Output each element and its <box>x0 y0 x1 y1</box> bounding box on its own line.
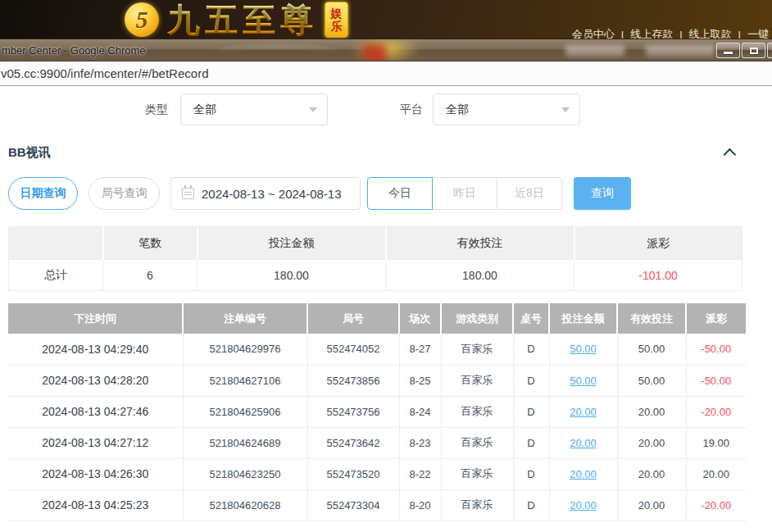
cell-valid-bet: 20.00 <box>617 396 686 427</box>
cell-bet-number: 521804629976 <box>183 334 307 365</box>
cell-round-number: 552473856 <box>307 365 399 396</box>
summary-header-bet-amount: 投注金额 <box>198 227 386 260</box>
coin-logo-icon: 5 <box>125 2 159 37</box>
cell-payout: 20.00 <box>686 458 746 489</box>
cell-payout: -50.00 <box>686 365 746 396</box>
cell-time: 2024-08-13 04:28:20 <box>8 365 183 396</box>
cell-time: 2024-08-13 04:29:40 <box>8 334 183 365</box>
date-query-button[interactable]: 日期查询 <box>8 177 78 210</box>
bet-amount-link[interactable]: 50.00 <box>570 375 597 387</box>
col-session: 场次 <box>399 303 441 334</box>
col-payout: 派彩 <box>686 303 746 334</box>
bet-amount-link[interactable]: 20.00 <box>570 437 597 449</box>
bet-record-table: 下注时间 注单编号 局号 场次 游戏类别 桌号 投注金额 有效投注 派彩 202… <box>8 303 746 521</box>
summary-payout: -101.00 <box>574 260 742 291</box>
section-header: BB视讯 <box>0 145 772 161</box>
cell-table-number: D <box>513 334 549 365</box>
yesterday-button[interactable]: 昨日 <box>432 177 497 210</box>
cell-game-type: 百家乐 <box>441 396 513 427</box>
cell-time: 2024-08-13 04:25:23 <box>8 489 183 521</box>
cell-bet-number: 521804624689 <box>183 427 307 458</box>
summary-header-empty <box>9 227 103 260</box>
minimize-icon <box>724 52 733 54</box>
cell-table-number: D <box>513 458 549 489</box>
nav-separator: | <box>621 29 624 39</box>
summary-valid-bet: 180.00 <box>386 260 574 291</box>
cell-payout: -50.00 <box>686 334 746 365</box>
redacted-balance-info <box>646 45 715 56</box>
platform-select-value: 全部 <box>446 102 561 117</box>
site-logo: 5 九五至尊 娱 乐 <box>125 1 348 39</box>
cell-game-type: 百家乐 <box>441 334 513 365</box>
cell-valid-bet: 20.00 <box>617 458 686 489</box>
summary-total-row: 总计 6 180.00 180.00 -101.00 <box>9 260 742 291</box>
type-select-value: 全部 <box>193 102 309 117</box>
cell-bet-number: 521804625906 <box>183 396 307 427</box>
summary-bet-amount: 180.00 <box>198 260 386 291</box>
table-row: 2024-08-13 04:27:46 521804625906 5524737… <box>8 396 746 427</box>
col-bet-amount: 投注金额 <box>549 303 617 334</box>
cell-table-number: D <box>513 365 549 396</box>
table-row: 2024-08-13 04:29:40 521804629976 5524740… <box>8 334 746 365</box>
background-swirl-decoration <box>215 46 338 56</box>
round-query-button[interactable]: 局号查询 <box>89 177 160 210</box>
cell-time: 2024-08-13 04:26:30 <box>8 458 183 489</box>
window-minimize-button[interactable] <box>716 43 740 58</box>
nav-one-key[interactable]: 一键 <box>747 27 769 39</box>
cell-session: 8-25 <box>399 365 441 396</box>
cell-bet-number: 521804627106 <box>183 365 307 396</box>
summary-table: 笔数 投注金额 有效投注 派彩 总计 6 180.00 180.00 -101.… <box>8 226 742 291</box>
browser-address-bar[interactable]: v05.cc:9900/infe/mcenter/#/betRecord <box>0 62 772 86</box>
col-table-number: 桌号 <box>513 303 549 334</box>
cell-session: 8-23 <box>399 427 441 458</box>
cell-time: 2024-08-13 04:27:46 <box>8 396 183 427</box>
date-range-value: 2024-08-13 ~ 2024-08-13 <box>202 187 342 201</box>
redacted-red-seal <box>363 44 386 61</box>
type-filter-label: 类型 <box>145 102 168 117</box>
maximize-icon <box>750 48 758 54</box>
bet-amount-link[interactable]: 50.00 <box>570 343 597 355</box>
nav-member-center[interactable]: 会员中心 <box>572 27 615 39</box>
bet-amount-link[interactable]: 20.00 <box>570 406 597 418</box>
today-button[interactable]: 今日 <box>367 177 433 210</box>
type-select[interactable]: 全部 <box>180 93 328 125</box>
platform-select[interactable]: 全部 <box>433 93 580 125</box>
window-close-button[interactable] <box>767 43 772 58</box>
date-range-picker[interactable]: 2024-08-13 ~ 2024-08-13 <box>170 177 361 210</box>
cell-session: 8-27 <box>399 334 441 365</box>
summary-total-label: 总计 <box>9 260 103 291</box>
brand-name: 九五至尊 <box>167 1 318 39</box>
entertainment-badge: 娱 乐 <box>325 2 348 38</box>
page-content: 类型 全部 平台 全部 BB视讯 日期查询 局号查询 2024-08-13 ~ … <box>0 87 772 532</box>
window-maximize-button[interactable] <box>742 43 765 58</box>
chevron-up-icon[interactable] <box>724 148 737 161</box>
cell-valid-bet: 20.00 <box>617 427 686 458</box>
bet-table-header-row: 下注时间 注单编号 局号 场次 游戏类别 桌号 投注金额 有效投注 派彩 <box>8 303 746 334</box>
bet-amount-link[interactable]: 20.00 <box>570 468 597 480</box>
header-nav: 会员中心 | 线上存款 | 线上取款 | 一键 <box>572 27 769 39</box>
chevron-down-icon <box>309 107 317 112</box>
search-button[interactable]: 查询 <box>574 177 631 210</box>
cell-game-type: 百家乐 <box>441 365 513 396</box>
calendar-icon <box>182 188 194 199</box>
section-title: BB视讯 <box>8 145 51 161</box>
nav-online-withdraw[interactable]: 线上取款 <box>689 27 732 39</box>
cell-round-number: 552473642 <box>307 427 399 458</box>
cell-round-number: 552474052 <box>307 334 399 365</box>
nav-separator: | <box>679 29 682 39</box>
badge-glow-decoration <box>351 39 421 61</box>
col-game-type: 游戏类别 <box>441 303 513 334</box>
cell-table-number: D <box>513 427 549 458</box>
window-titlebar[interactable]: mber Center - Google Chrome <box>0 39 772 61</box>
last8days-button[interactable]: 近8日 <box>497 177 562 210</box>
nav-separator: | <box>738 29 741 39</box>
nav-online-deposit[interactable]: 线上存款 <box>630 27 673 39</box>
bet-amount-link[interactable]: 20.00 <box>570 499 597 512</box>
cell-valid-bet: 20.00 <box>617 489 686 521</box>
summary-header-valid-bet: 有效投注 <box>386 227 574 260</box>
url-text[interactable]: v05.cc:9900/infe/mcenter/#/betRecord <box>1 66 208 80</box>
summary-header-count: 笔数 <box>103 227 198 260</box>
chevron-down-icon <box>561 107 570 112</box>
cell-payout: -20.00 <box>686 396 746 427</box>
cell-session: 8-22 <box>399 458 441 489</box>
